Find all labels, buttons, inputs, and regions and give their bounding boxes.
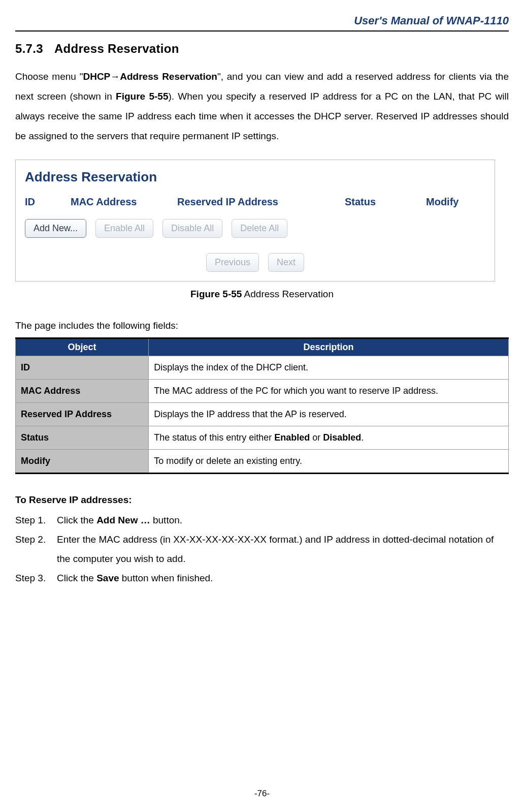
- step-2-body: Enter the MAC address (in XX-XX-XX-XX-XX…: [57, 530, 509, 569]
- section-number: 5.7.3: [15, 42, 43, 55]
- previous-button[interactable]: Previous: [206, 253, 259, 272]
- header-divider: [15, 30, 509, 32]
- page-number: -76-: [0, 789, 524, 799]
- fields-table: Object Description ID Displays the index…: [15, 337, 509, 474]
- figure-col-reserved-ip: Reserved IP Address: [177, 196, 345, 208]
- step-3-label: Step 3.: [15, 569, 57, 588]
- status-enabled-bold: Enabled: [274, 432, 310, 443]
- field-object-modify: Modify: [16, 449, 149, 473]
- step-1-pre: Click the: [57, 515, 96, 525]
- delete-all-button[interactable]: Delete All: [232, 219, 287, 238]
- field-object-mac: MAC Address: [16, 379, 149, 402]
- status-desc-mid: or: [310, 432, 323, 443]
- intro-paragraph: Choose menu "DHCP→Address Reservation", …: [15, 67, 509, 146]
- table-row: Reserved IP Address Displays the IP addr…: [16, 402, 509, 426]
- fields-header-object: Object: [16, 338, 149, 356]
- field-object-status: Status: [16, 426, 149, 449]
- table-row: Status The status of this entry either E…: [16, 426, 509, 449]
- table-row: ID Displays the index of the DHCP client…: [16, 356, 509, 379]
- field-desc-status: The status of this entry either Enabled …: [149, 426, 509, 449]
- field-desc-id: Displays the index of the DHCP client.: [149, 356, 509, 379]
- figure-button-row: Add New... Enable All Disable All Delete…: [16, 219, 495, 238]
- field-object-id: ID: [16, 356, 149, 379]
- field-desc-modify: To modify or delete an existing entry.: [149, 449, 509, 473]
- figure-column-headers: ID MAC Address Reserved IP Address Statu…: [16, 192, 495, 219]
- step-1-bold: Add New …: [96, 515, 150, 525]
- table-row: MAC Address The MAC address of the PC fo…: [16, 379, 509, 402]
- status-desc-pre: The status of this entry either: [154, 432, 274, 443]
- fields-table-header-row: Object Description: [16, 338, 509, 356]
- document-header-title: User's Manual of WNAP-1110: [15, 0, 509, 30]
- step-3-bold: Save: [96, 573, 119, 583]
- step-1: Step 1. Click the Add New … button.: [15, 511, 509, 530]
- step-1-label: Step 1.: [15, 511, 57, 530]
- figure-nav-row: Previous Next: [16, 253, 495, 272]
- intro-pre: Choose menu ": [15, 71, 83, 82]
- step-1-post: button.: [150, 515, 182, 525]
- figure-col-id: ID: [25, 196, 71, 208]
- figure-col-modify: Modify: [426, 196, 482, 208]
- figure-caption-bold: Figure 5-55: [190, 289, 242, 299]
- step-2-label: Step 2.: [15, 530, 57, 569]
- fields-intro: The page includes the following fields:: [15, 320, 509, 331]
- next-button[interactable]: Next: [268, 253, 304, 272]
- enable-all-button[interactable]: Enable All: [95, 219, 153, 238]
- field-desc-mac: The MAC address of the PC for which you …: [149, 379, 509, 402]
- step-2: Step 2. Enter the MAC address (in XX-XX-…: [15, 530, 509, 569]
- fields-header-description: Description: [149, 338, 509, 356]
- figure-panel-title: Address Reservation: [16, 166, 495, 192]
- figure-caption-rest: Address Reservation: [242, 289, 334, 299]
- step-3: Step 3. Click the Save button when finis…: [15, 569, 509, 588]
- status-desc-post: .: [361, 432, 364, 443]
- section-heading: 5.7.3Address Reservation: [15, 42, 509, 56]
- step-3-pre: Click the: [57, 573, 96, 583]
- figure-panel: Address Reservation ID MAC Address Reser…: [15, 160, 495, 282]
- reserve-heading: To Reserve IP addresses:: [15, 494, 509, 506]
- step-3-post: button when finished.: [119, 573, 213, 583]
- intro-menu-path: DHCP→Address Reservation: [83, 71, 217, 82]
- field-object-reserved-ip: Reserved IP Address: [16, 402, 149, 426]
- field-desc-reserved-ip: Displays the IP address that the AP is r…: [149, 402, 509, 426]
- figure-col-mac: MAC Address: [71, 196, 177, 208]
- step-3-body: Click the Save button when finished.: [57, 569, 509, 588]
- status-disabled-bold: Disabled: [323, 432, 361, 443]
- table-row: Modify To modify or delete an existing e…: [16, 449, 509, 473]
- disable-all-button[interactable]: Disable All: [162, 219, 222, 238]
- add-new-button[interactable]: Add New...: [25, 219, 86, 238]
- section-title: Address Reservation: [54, 42, 179, 55]
- intro-figure-ref: Figure 5-55: [116, 91, 168, 102]
- step-1-body: Click the Add New … button.: [57, 511, 509, 530]
- figure-caption: Figure 5-55 Address Reservation: [15, 289, 509, 300]
- figure-col-status: Status: [345, 196, 426, 208]
